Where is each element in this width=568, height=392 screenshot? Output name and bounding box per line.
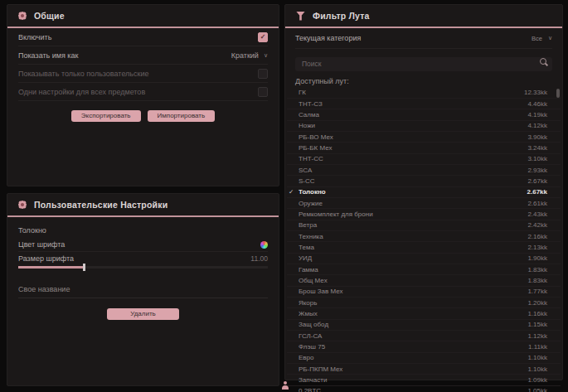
custom-panel-title: Пользовательские Настройки — [34, 200, 167, 210]
loot-row[interactable]: ✓ РБ-ВО Мех 3.90kk — [287, 132, 561, 143]
same-settings-label: Одни настройки для всех предметов — [18, 88, 145, 96]
loot-list-label: Доступный лут: — [295, 77, 552, 85]
loot-row[interactable]: ✓ Общ Мех 1.83kk — [287, 275, 561, 286]
name-display-label: Показать имя как — [18, 51, 78, 60]
loot-row[interactable]: ✓ 0.2BTC 1.05kk — [287, 386, 561, 392]
font-size-label: Размер шрифта — [18, 254, 74, 263]
delete-button[interactable]: Удалить — [107, 308, 179, 320]
loot-item-value: 1.83kk — [527, 266, 547, 273]
loot-item-name: ГСЛ-СА — [299, 332, 527, 340]
loot-item-name: Общ Мех — [299, 277, 527, 284]
loot-row[interactable]: ✓ Салма 4.19kk — [287, 109, 561, 120]
filter-panel-header: Фильтр Лута — [285, 5, 562, 27]
enable-checkbox[interactable]: ✓ — [258, 32, 268, 42]
loot-item-value: 2.43kk — [527, 211, 547, 218]
chevron-down-icon: ∨ — [264, 52, 268, 59]
loot-row[interactable]: ✓ Тема 2.13kk — [287, 242, 561, 253]
loot-row[interactable]: ✓ РБ-БК Мех 3.24kk — [287, 143, 561, 153]
loot-row[interactable]: ✓ Брош Зав Мех 1.77kk — [287, 287, 561, 298]
loot-item-name: Ножи — [299, 122, 527, 129]
loot-row[interactable]: ✓ Запчасти 1.09kk — [287, 375, 561, 385]
loot-item-name: ТНТ-СС — [299, 155, 527, 162]
custom-name-input[interactable] — [18, 281, 268, 298]
loot-item-value: 1.77kk — [527, 288, 547, 295]
check-icon: ✓ — [289, 188, 294, 196]
loot-item-value: 4.19kk — [527, 111, 547, 119]
loot-item-value: 2.67kk — [527, 188, 547, 196]
loot-item-value: 1.15kk — [527, 321, 547, 328]
loot-item-value: 4.12kk — [527, 122, 547, 129]
category-row: Текущая категория Все ∨ — [295, 28, 552, 49]
loot-row[interactable]: ✓ Оружие 2.61kk — [287, 198, 561, 209]
loot-row[interactable]: ✓ Евро 1.10kk — [287, 353, 561, 364]
window-handle-icon[interactable] — [282, 381, 289, 390]
loot-item-value: 1.16kk — [527, 310, 547, 317]
name-display-row: Показать имя как Краткий ∨ — [18, 46, 268, 65]
loot-row[interactable]: ✓ Жмых 1.16kk — [287, 308, 561, 319]
loot-row[interactable]: ✓ Гамма 1.83kk — [287, 264, 561, 275]
only-custom-row: Показывать только пользовательские ✓ — [18, 65, 268, 83]
loot-row[interactable]: ✓ S-CC 2.67kk — [287, 176, 561, 186]
category-select[interactable]: Все ∨ — [532, 35, 552, 42]
import-button[interactable]: Импортировать — [148, 110, 216, 122]
name-display-select[interactable]: Краткий ∨ — [231, 51, 268, 60]
loot-item-value: 1.10kk — [527, 354, 547, 361]
loot-item-value: 1.12kk — [527, 332, 547, 340]
loot-row[interactable]: ✓ Ремкомплект для брони 2.43kk — [287, 209, 561, 220]
loot-item-value: 1.05kk — [527, 387, 547, 392]
loot-item-name: Флэш 75 — [299, 343, 528, 351]
loot-row[interactable]: ✓ Ножи 4.12kk — [287, 121, 561, 132]
loot-row[interactable]: ✓ Защ обод 1.15kk — [287, 320, 561, 331]
loot-item-value: 2.42kk — [527, 221, 547, 229]
loot-row[interactable]: ✓ РБ-ПКПМ Мех 1.10kk — [287, 364, 561, 375]
loot-item-value: 1.83kk — [527, 277, 547, 284]
person-head — [284, 381, 287, 385]
loot-item-value: 4.46kk — [527, 100, 547, 108]
loot-item-name: Якорь — [299, 299, 527, 307]
loot-row[interactable]: ✓ SCA 2.93kk — [287, 165, 561, 176]
loot-item-name: Брош Зав Мех — [299, 288, 527, 295]
search-input[interactable] — [295, 57, 552, 71]
loot-row[interactable]: ✓ ТНТ-СЗ 4.46kk — [287, 99, 561, 109]
loot-item-value: 1.10kk — [527, 365, 547, 373]
loot-row[interactable]: ✓ Техника 2.16kk — [287, 231, 561, 242]
loot-row[interactable]: ✓ УИД 1.90kk — [287, 254, 561, 264]
loot-item-value: 2.61kk — [527, 200, 547, 207]
slider-thumb[interactable] — [83, 264, 85, 271]
font-size-row: Размер шрифта 11.00 — [18, 252, 268, 265]
loot-item-name: Запчасти — [299, 376, 527, 384]
search-icon — [540, 58, 546, 65]
loot-item-value: 1.20kk — [527, 299, 547, 307]
loot-row[interactable]: ✓ ГК 12.33kk — [287, 88, 561, 99]
gear-flower-icon — [21, 14, 24, 17]
loot-row[interactable]: ✓ Флэш 75 1.11kk — [287, 341, 561, 352]
same-settings-checkbox[interactable]: ✓ — [258, 87, 268, 97]
only-custom-checkbox[interactable]: ✓ — [258, 69, 268, 79]
loot-row[interactable]: ✓ Якорь 1.20kk — [287, 298, 561, 308]
funnel-icon — [296, 12, 305, 21]
font-size-value: 11.00 — [250, 254, 268, 263]
general-panel-header: Общие — [7, 5, 279, 27]
enable-label: Включить — [18, 33, 51, 41]
chevron-down-icon: ∨ — [548, 35, 552, 41]
loot-row[interactable]: ✓ Толокно 2.67kk — [287, 187, 561, 198]
same-settings-row: Одни настройки для всех предметов ✓ — [18, 83, 268, 101]
loot-item-name: Салма — [299, 111, 527, 119]
custom-panel-header: Пользовательские Настройки — [7, 194, 279, 215]
general-panel-title: Общие — [34, 11, 65, 21]
custom-settings-panel: Пользовательские Настройки Толокно Цвет … — [7, 193, 279, 386]
loot-item-value: 3.10kk — [527, 155, 547, 162]
loot-item-value: 12.33kk — [524, 89, 547, 96]
loot-item-value: 2.13kk — [527, 244, 547, 251]
settings-flower-icon — [21, 203, 24, 206]
export-button[interactable]: Экспортировать — [71, 110, 141, 122]
color-wheel-icon[interactable] — [260, 241, 268, 249]
loot-item-name: 0.2BTC — [299, 387, 527, 392]
font-size-slider[interactable] — [18, 266, 268, 269]
enable-row: Включить ✓ — [18, 28, 268, 46]
loot-row[interactable]: ✓ ТНТ-СС 3.10kk — [287, 154, 561, 165]
loot-row[interactable]: ✓ Ветра 2.42kk — [287, 220, 561, 231]
loot-row[interactable]: ✓ ГСЛ-СА 1.12kk — [287, 331, 561, 341]
loot-item-name: РБ-ВО Мех — [299, 133, 527, 141]
filter-panel-title: Фильтр Лута — [313, 11, 370, 21]
